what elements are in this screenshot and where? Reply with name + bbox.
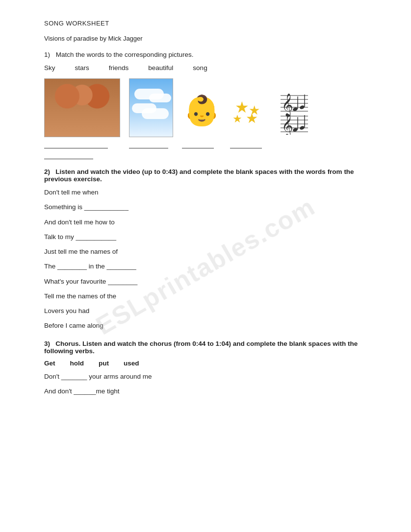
label-line-friends-1 <box>44 140 108 148</box>
lyric-line-3: And don't tell me how to <box>44 218 382 227</box>
svg-text:𝄞: 𝄞 <box>282 94 293 117</box>
svg-text:𝄞: 𝄞 <box>282 114 293 135</box>
section-3-instruction: 3) Chorus. Listen and watch the chorus (… <box>44 340 382 355</box>
lyric-line-2: Something is ____________ <box>44 202 382 212</box>
word-list: Sky stars friends beautiful song <box>44 64 382 72</box>
lyric-line-10: Before I came along <box>44 321 382 331</box>
label-baby <box>182 140 221 148</box>
verb-get: Get <box>44 360 55 367</box>
lyric-line-5: Just tell me the names of <box>44 247 382 257</box>
label-line-stars <box>230 140 262 148</box>
label-line-sky <box>129 140 168 148</box>
section-2-num: 2) <box>44 168 50 175</box>
label-line-baby <box>182 140 214 148</box>
section-2-text: Listen and watch the video (up to 0:43) … <box>44 168 354 183</box>
word-friends: friends <box>109 64 129 72</box>
section-1-text: Match the words to the corresponding pic… <box>56 51 194 58</box>
word-sky: Sky <box>44 64 55 72</box>
label-stars <box>230 140 269 148</box>
section-2: 2) Listen and watch the video (up to 0:4… <box>44 168 382 331</box>
images-labels <box>44 140 382 159</box>
section-1-num: 1) <box>44 51 50 58</box>
music-image: 𝄞 𝄞 <box>278 83 310 137</box>
chorus-lyric-2: And don't ______me tight <box>44 387 382 396</box>
section-3: 3) Chorus. Listen and watch the chorus (… <box>44 340 382 397</box>
section-3-num: 3) <box>44 340 50 347</box>
section-1: 1) Match the words to the corresponding … <box>44 51 382 159</box>
verb-hold: hold <box>70 360 84 367</box>
lyric-line-1: Don't tell me when <box>44 188 382 197</box>
lyric-line-7: What's your favourite ________ <box>44 277 382 287</box>
lyric-line-4: Talk to my ___________ <box>44 232 382 242</box>
friends-image <box>44 78 120 137</box>
verb-list: Get hold put used <box>44 360 382 367</box>
svg-point-8 <box>299 105 305 110</box>
label-line-friends-2 <box>44 151 93 159</box>
subtitle: Visions of paradise by Mick Jagger <box>44 35 382 42</box>
lyric-line-8: Tell me the names of the <box>44 291 382 301</box>
verb-used: used <box>124 360 139 367</box>
word-beautiful: beautiful <box>148 64 173 72</box>
images-row: 👶 ★ ★ ★ ★ 𝄞 <box>44 78 382 137</box>
page-title: SONG WORKSHEET <box>44 20 382 27</box>
label-sky <box>129 140 173 148</box>
lyric-line-9: Lovers you had <box>44 306 382 316</box>
stars-image: ★ ★ ★ ★ <box>230 98 269 137</box>
sky-image <box>129 78 173 137</box>
baby-image: 👶 <box>182 83 221 137</box>
label-friends <box>44 140 120 159</box>
section-1-instruction: 1) Match the words to the corresponding … <box>44 51 382 58</box>
section-2-instruction: 2) Listen and watch the video (up to 0:4… <box>44 168 382 183</box>
word-song: song <box>193 64 207 72</box>
svg-point-18 <box>299 125 305 130</box>
lyric-line-6: The ________ in the ________ <box>44 262 382 271</box>
section-3-text: Chorus. Listen and watch the chorus (fro… <box>44 340 358 355</box>
chorus-lyric-1: Don't _______ your arms around me <box>44 372 382 382</box>
verb-put: put <box>99 360 109 367</box>
word-stars: stars <box>75 64 89 72</box>
